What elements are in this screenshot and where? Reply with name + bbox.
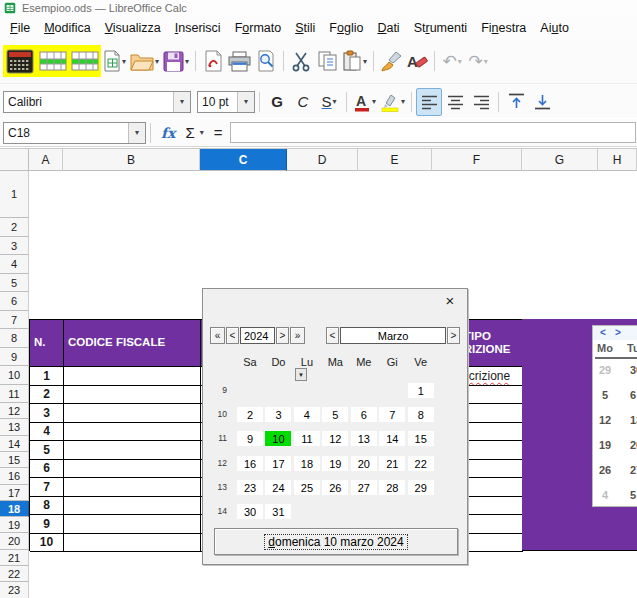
day-cell[interactable]: 9 xyxy=(237,431,263,446)
day-cell[interactable]: 1 xyxy=(408,383,434,398)
table-cell[interactable]: 10 xyxy=(30,534,64,552)
table-cell[interactable] xyxy=(64,404,201,423)
day-cell[interactable]: 26 xyxy=(322,480,348,495)
menu-inserisci[interactable]: Inserisci xyxy=(168,18,228,38)
row-header-19[interactable]: 19 xyxy=(0,517,29,533)
day-cell[interactable]: 25 xyxy=(294,480,320,495)
day-cell[interactable]: 27 xyxy=(351,480,377,495)
table-cell[interactable]: 8 xyxy=(30,497,64,515)
formula-input[interactable] xyxy=(230,122,636,143)
sum-icon[interactable]: Σ xyxy=(185,124,194,141)
month-dropdown-icon[interactable]: ▼ xyxy=(295,368,307,381)
dropdown-arrow-icon[interactable]: ▾ xyxy=(484,57,488,66)
row-header-21[interactable]: 21 xyxy=(0,550,29,566)
day-cell[interactable]: 12 xyxy=(322,431,348,446)
column-header-E[interactable]: E xyxy=(358,149,432,171)
table-cell[interactable]: 3 xyxy=(30,404,64,423)
day-cell[interactable]: 4 xyxy=(294,407,320,422)
menu-foglio[interactable]: Foglio xyxy=(322,18,370,38)
export-pdf-button[interactable] xyxy=(200,47,226,75)
redo-button[interactable]: ↷▾ xyxy=(465,47,491,75)
mini-calendar-day[interactable]: 27 xyxy=(630,464,637,476)
italic-button[interactable]: C xyxy=(290,88,316,116)
macro-table-button-1[interactable] xyxy=(37,45,69,77)
mini-calendar-day[interactable]: 12 xyxy=(593,414,617,426)
underline-button[interactable]: S▾ xyxy=(316,88,342,116)
new-document-button[interactable]: ▾ xyxy=(101,47,128,75)
table-cell[interactable] xyxy=(64,497,201,515)
save-button[interactable]: ▾ xyxy=(161,47,191,75)
table-cell[interactable] xyxy=(64,478,201,497)
year-first-button[interactable]: « xyxy=(210,327,225,344)
sum-dropdown-icon[interactable]: ▾ xyxy=(200,128,204,137)
day-cell[interactable]: 21 xyxy=(379,456,405,471)
align-bottom-button[interactable] xyxy=(529,88,555,116)
menu-aiuto[interactable]: Aiuto xyxy=(533,18,576,38)
mini-next-icon[interactable]: > xyxy=(615,327,621,338)
font-size-combobox[interactable]: 10 pt▾ xyxy=(197,91,255,113)
selected-date-button[interactable]: domenica 10 marzo 2024 xyxy=(214,528,458,555)
row-header-16[interactable]: 16 xyxy=(0,468,29,485)
table-cell[interactable] xyxy=(64,460,201,478)
column-header-D[interactable]: D xyxy=(287,149,358,171)
day-cell[interactable]: 17 xyxy=(265,456,291,471)
row-header-7[interactable]: 7 xyxy=(0,311,29,329)
day-cell[interactable]: 13 xyxy=(351,431,377,446)
mini-calendar-day[interactable]: 13 xyxy=(630,414,637,426)
day-cell[interactable]: 14 xyxy=(379,431,405,446)
mini-calendar-day[interactable]: 4 xyxy=(593,489,617,501)
day-cell[interactable]: 15 xyxy=(408,431,434,446)
mini-calendar-day[interactable]: 29 xyxy=(593,364,617,376)
dropdown-arrow-icon[interactable]: ▾ xyxy=(401,97,405,106)
menu-modifica[interactable]: Modifica xyxy=(37,18,98,38)
row-header-4[interactable]: 4 xyxy=(0,255,29,274)
column-header-F[interactable]: F xyxy=(432,149,522,171)
table-cell[interactable] xyxy=(64,441,201,460)
align-right-button[interactable] xyxy=(468,88,494,116)
row-header-13[interactable]: 13 xyxy=(0,419,29,436)
font-name-combobox[interactable]: Calibri▾ xyxy=(3,91,191,113)
mini-calendar-day[interactable]: 5 xyxy=(630,489,636,501)
table-cell[interactable] xyxy=(64,386,201,404)
day-cell[interactable]: 6 xyxy=(351,407,377,422)
table-cell[interactable] xyxy=(64,534,201,552)
day-cell[interactable]: 29 xyxy=(408,480,434,495)
undo-button[interactable]: ↶▾ xyxy=(439,47,465,75)
row-header-1[interactable]: 1 xyxy=(0,171,29,218)
year-prev-button[interactable]: < xyxy=(226,327,239,344)
menu-dati[interactable]: Dati xyxy=(370,18,406,38)
day-cell[interactable]: 16 xyxy=(237,456,263,471)
menu-finestra[interactable]: Finestra xyxy=(474,18,533,38)
mini-calendar-day[interactable]: 26 xyxy=(593,464,617,476)
macro-calendar-button[interactable] xyxy=(3,45,37,77)
day-cell[interactable]: 2 xyxy=(237,407,263,422)
dropdown-arrow-icon[interactable]: ▾ xyxy=(333,97,337,106)
menu-formato[interactable]: Formato xyxy=(228,18,289,38)
align-left-button[interactable] xyxy=(416,88,442,116)
print-preview-button[interactable] xyxy=(253,47,279,75)
cut-button[interactable] xyxy=(288,47,314,75)
paste-button[interactable]: ▾ xyxy=(340,47,369,75)
table-cell[interactable]: 5 xyxy=(30,441,64,460)
day-cell[interactable]: 7 xyxy=(379,407,405,422)
day-cell[interactable]: 24 xyxy=(265,480,291,495)
mini-calendar-day[interactable]: 30 xyxy=(630,364,637,376)
menu-file[interactable]: File xyxy=(3,18,37,38)
dropdown-arrow-icon[interactable]: ▾ xyxy=(122,57,126,66)
print-button[interactable] xyxy=(226,47,253,75)
clone-formatting-button[interactable] xyxy=(378,47,404,75)
row-header-23[interactable]: 23 xyxy=(0,582,29,598)
mini-calendar-day[interactable]: 19 xyxy=(593,439,617,451)
mini-prev-icon[interactable]: < xyxy=(600,327,606,338)
dropdown-arrow-icon[interactable]: ▾ xyxy=(155,57,159,66)
day-cell[interactable]: 20 xyxy=(351,456,377,471)
open-button[interactable]: ▾ xyxy=(128,47,161,75)
row-header-11[interactable]: 11 xyxy=(0,385,29,403)
day-cell[interactable]: 28 xyxy=(379,480,405,495)
mini-calendar-day[interactable]: 20 xyxy=(630,439,637,451)
column-header-G[interactable]: G xyxy=(522,149,598,171)
highlight-color-button[interactable]: ▾ xyxy=(378,88,407,116)
column-header-C[interactable]: C xyxy=(200,149,287,171)
table-cell[interactable]: 2 xyxy=(30,386,64,404)
day-cell[interactable]: 18 xyxy=(294,456,320,471)
